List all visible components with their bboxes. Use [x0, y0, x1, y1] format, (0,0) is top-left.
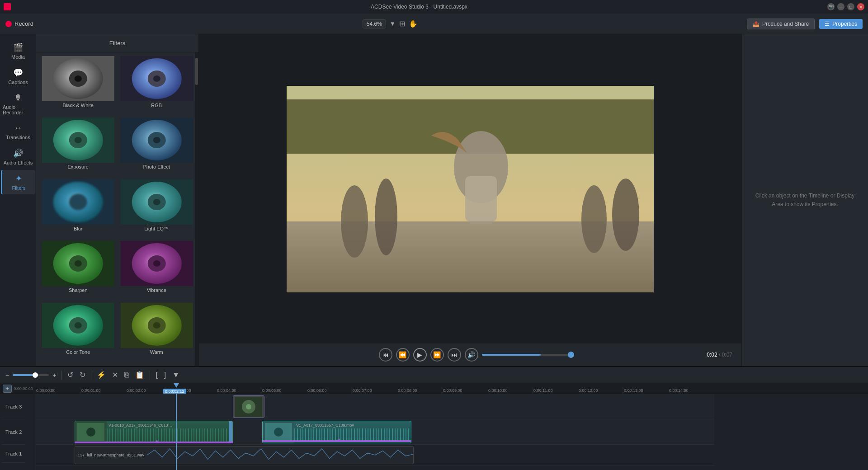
filter-label-vibrance: Vibrance	[118, 286, 195, 294]
filter-bw[interactable]: Black & White	[40, 56, 117, 116]
filter-photo[interactable]: Photo Effect	[118, 118, 195, 177]
filter-thumb-extra2	[118, 303, 195, 348]
filter-label-rgb: RGB	[118, 101, 195, 109]
filter-rgb[interactable]: RGB	[118, 56, 195, 116]
svg-point-18	[69, 194, 87, 210]
audio-clip-label: 157_full_new-atmosphere_0251.wav	[75, 453, 147, 457]
v1-purple-marker	[75, 442, 233, 443]
audio-waveform	[147, 446, 413, 464]
timeline-toolbar: − + ↺ ↻ ⚡ ✕ ⎘ 📋 [ ] ▼	[0, 367, 868, 383]
split-btn[interactable]: ⚡	[95, 370, 108, 380]
zoom-handle	[33, 372, 38, 378]
mark-out-btn[interactable]: ]	[162, 370, 168, 380]
zoom-track[interactable]	[13, 374, 49, 376]
track-1-row: 157_full_new-atmosphere_0251.wav	[36, 445, 714, 465]
play-button[interactable]: ▶	[413, 348, 427, 362]
svg-point-30	[153, 260, 160, 267]
tracks-area: V1-0010_A017_08011346_C013.mov	[36, 394, 714, 470]
close-btn[interactable]: ✕	[857, 3, 864, 10]
clip-track2-v2[interactable]: V1_A017_08011557_C139.mov	[262, 421, 411, 443]
sidebar-item-audio-recorder[interactable]: 🎙 Audio Recorder	[1, 89, 35, 119]
timeline-tracks[interactable]: 0:00:02:12 0:00:00:00 0:00:01:00 0:00:02…	[36, 383, 868, 470]
fit-view-btn[interactable]: ⊞	[399, 19, 405, 28]
sidebar-item-captions[interactable]: 💬 Captions	[1, 64, 35, 89]
ruler-mark-9: 0:00:09:00	[443, 388, 462, 393]
filter-thumb-rgb	[118, 56, 195, 101]
filter-scrollbar[interactable]	[195, 52, 198, 366]
forward-frame-button[interactable]: ⏩	[430, 348, 444, 362]
filter-exposure[interactable]: Exposure	[40, 118, 117, 177]
clip-v1-content: V1-0010_A017_08011346_C013.mov	[107, 422, 232, 442]
filter-label-sharpen: Sharpen	[40, 286, 117, 294]
zoom-fill	[13, 374, 34, 376]
time-current: 0:02	[707, 352, 717, 358]
zoom-out-btn[interactable]: −	[4, 371, 11, 380]
copy-btn[interactable]: ⎘	[123, 370, 131, 380]
clip-track1-audio[interactable]: 157_full_new-atmosphere_0251.wav	[75, 446, 414, 464]
sidebar-item-filters[interactable]: ✦ Filters	[1, 170, 35, 194]
undo-btn[interactable]: ↺	[66, 370, 75, 380]
svg-point-38	[153, 322, 160, 329]
camera-btn[interactable]: 📷	[827, 3, 835, 10]
audio-effects-icon: 🔊	[13, 148, 23, 158]
window-controls[interactable]: 📷 ─ □ ✕	[827, 3, 864, 10]
filter-vibrance[interactable]: Vibrance	[118, 241, 195, 301]
sidebar-item-media[interactable]: 🎬 Media	[1, 39, 35, 63]
redo-btn[interactable]: ↻	[78, 370, 87, 380]
filter-blur[interactable]: Blur	[40, 179, 117, 239]
svg-point-34	[75, 322, 82, 329]
track-3-row	[36, 394, 714, 419]
filter-sharpen[interactable]: Sharpen	[40, 241, 117, 301]
back-frame-button[interactable]: ⏪	[396, 348, 410, 362]
sidebar-item-audio-effects[interactable]: 🔊 Audio Effects	[1, 145, 35, 169]
volume-button[interactable]: 🔊	[465, 348, 478, 362]
track3-name: Track 3	[5, 404, 22, 409]
rewind-button[interactable]: ⏮	[379, 348, 392, 362]
zoom-display[interactable]: 54.6%	[363, 19, 386, 28]
mark-in-btn[interactable]: [	[154, 370, 159, 380]
sidebar-label-audio-effects: Audio Effects	[4, 160, 33, 165]
ruler-mark-5: 0:00:05:00	[262, 388, 282, 393]
properties-button[interactable]: ☰ Properties	[819, 19, 863, 29]
progress-fill	[482, 354, 541, 356]
controls-center: ⏮ ⏪ ▶ ⏩ ⏭ 🔊	[379, 348, 572, 362]
filter-extra2[interactable]: Warm	[118, 303, 195, 362]
sidebar-item-transitions[interactable]: ↔ Transitions	[1, 120, 35, 144]
clip-v1-waveform	[107, 428, 232, 442]
progress-bar[interactable]	[482, 354, 572, 356]
timeline-ruler: 0:00:02:12 0:00:00:00 0:00:01:00 0:00:02…	[36, 383, 868, 394]
sidebar-label-transitions: Transitions	[6, 135, 30, 140]
sidebar-label-media: Media	[11, 54, 25, 60]
minimize-btn[interactable]: ─	[837, 3, 844, 10]
clip-track2-v1[interactable]: V1-0010_A017_08011346_C013.mov	[75, 421, 233, 443]
track-time-label: 0:00:00:00	[14, 386, 33, 391]
audio-recorder-icon: 🎙	[14, 93, 22, 103]
waveform-svg	[147, 446, 413, 464]
svg-rect-49	[287, 86, 654, 292]
hand-tool-btn[interactable]: ✋	[409, 19, 418, 28]
zoom-dropdown-btn[interactable]: ▼	[390, 20, 396, 27]
properties-icon: ☰	[825, 21, 830, 27]
window-title: ACDSee Video Studio 3 - Untitled.avspx	[11, 4, 827, 10]
maximize-btn[interactable]: □	[847, 3, 854, 10]
video-preview	[199, 34, 741, 343]
filter-lighteq[interactable]: Light EQ™	[118, 179, 195, 239]
add-track-btn[interactable]: +	[3, 385, 12, 393]
down-arrow-btn[interactable]: ▼	[170, 370, 181, 380]
progress-track[interactable]	[482, 354, 572, 356]
filter-label-bw: Black & White	[40, 101, 117, 109]
record-button[interactable]: Record	[5, 20, 33, 27]
filter-extra1[interactable]: Color Tone	[40, 303, 117, 362]
filters-panel-inner: Black & White	[36, 52, 198, 366]
produce-share-button[interactable]: 📤 Produce and Share	[747, 19, 815, 29]
ruler-mark-12: 0:00:12:00	[579, 388, 598, 393]
clip-track3-image[interactable]	[233, 395, 264, 418]
delete-btn[interactable]: ✕	[110, 370, 120, 380]
toolbar-right: 📤 Produce and Share ☰ Properties	[747, 19, 863, 29]
time-display: 0:02 / 0:07	[707, 352, 732, 358]
zoom-in-btn[interactable]: +	[51, 371, 58, 380]
filters-grid: Black & White	[36, 52, 198, 366]
fast-forward-button[interactable]: ⏭	[448, 348, 461, 362]
paste-btn[interactable]: 📋	[133, 370, 146, 380]
svg-point-55	[86, 428, 95, 437]
